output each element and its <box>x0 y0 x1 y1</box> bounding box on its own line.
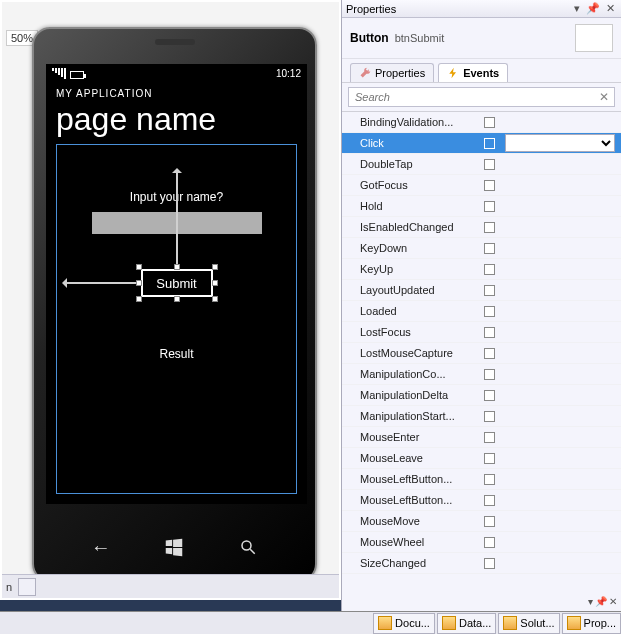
designer-surface[interactable]: 50% 10:12 MY APPLICATION page name Input… <box>0 0 341 600</box>
event-marker-icon[interactable] <box>484 369 495 380</box>
hardware-buttons: ← <box>34 532 315 562</box>
event-marker-icon[interactable] <box>484 327 495 338</box>
event-row[interactable]: MouseLeave <box>342 448 621 469</box>
event-marker-icon[interactable] <box>484 159 495 170</box>
bottom-tab[interactable]: Docu... <box>373 613 435 634</box>
event-marker-icon[interactable] <box>484 138 495 149</box>
event-name: Hold <box>360 200 480 212</box>
resize-handle[interactable] <box>136 280 142 286</box>
event-row[interactable]: KeyUp <box>342 259 621 280</box>
event-marker-icon[interactable] <box>484 285 495 296</box>
events-list[interactable]: BindingValidation...ClickDoubleTapGotFoc… <box>342 112 621 617</box>
event-row[interactable]: LostMouseCapture <box>342 343 621 364</box>
search-input[interactable] <box>348 87 615 107</box>
windows-button-icon[interactable] <box>154 532 194 562</box>
bottom-tab[interactable]: Data... <box>437 613 496 634</box>
event-row[interactable]: KeyDown <box>342 238 621 259</box>
margin-indicator-left <box>63 282 141 284</box>
event-row[interactable]: LayoutUpdated <box>342 280 621 301</box>
event-name: LayoutUpdated <box>360 284 480 296</box>
event-name: SizeChanged <box>360 557 480 569</box>
object-name: btnSubmit <box>395 32 445 44</box>
tab-properties[interactable]: Properties <box>350 63 434 82</box>
event-row[interactable]: Hold <box>342 196 621 217</box>
designer-tab-label[interactable]: n <box>6 581 12 593</box>
close-icon[interactable]: ✕ <box>609 596 617 607</box>
event-row[interactable]: DoubleTap <box>342 154 621 175</box>
event-handler-dropdown[interactable] <box>505 134 615 152</box>
event-row[interactable]: MouseWheel <box>342 532 621 553</box>
app-title[interactable]: MY APPLICATION <box>56 88 297 99</box>
event-row[interactable]: ManipulationDelta <box>342 385 621 406</box>
tab-icon <box>567 616 581 630</box>
event-marker-icon[interactable] <box>484 474 495 485</box>
event-row[interactable]: LostFocus <box>342 322 621 343</box>
designer-tool-button[interactable] <box>18 578 36 596</box>
close-icon[interactable]: ✕ <box>604 2 617 15</box>
resize-handle[interactable] <box>212 280 218 286</box>
event-name: MouseEnter <box>360 431 480 443</box>
phone-frame: 10:12 MY APPLICATION page name Input you… <box>32 27 317 582</box>
back-button-icon[interactable]: ← <box>81 532 121 562</box>
event-row[interactable]: MouseEnter <box>342 427 621 448</box>
resize-handle[interactable] <box>174 296 180 302</box>
event-marker-icon[interactable] <box>484 516 495 527</box>
clock: 10:12 <box>276 68 301 79</box>
event-marker-icon[interactable] <box>484 432 495 443</box>
tab-label: Events <box>463 67 499 79</box>
submit-selection[interactable]: Submit <box>141 269 213 297</box>
content-panel[interactable]: Input your name? Submit <box>56 144 297 494</box>
tab-events[interactable]: Events <box>438 63 508 82</box>
event-row[interactable]: SizeChanged <box>342 553 621 574</box>
bottom-tab[interactable]: Prop... <box>562 613 621 634</box>
bottom-tab[interactable]: Solut... <box>498 613 559 634</box>
event-name: IsEnabledChanged <box>360 221 480 233</box>
event-marker-icon[interactable] <box>484 495 495 506</box>
signal-icon <box>52 68 66 79</box>
event-marker-icon[interactable] <box>484 348 495 359</box>
event-marker-icon[interactable] <box>484 117 495 128</box>
clear-search-icon[interactable]: ✕ <box>599 90 609 104</box>
event-marker-icon[interactable] <box>484 411 495 422</box>
event-marker-icon[interactable] <box>484 201 495 212</box>
submit-button[interactable]: Submit <box>141 269 213 297</box>
event-row[interactable]: MouseLeftButton... <box>342 490 621 511</box>
properties-header[interactable]: Properties ▾ 📌 ✕ <box>342 0 621 18</box>
designer-statusbar: n <box>2 574 339 598</box>
event-marker-icon[interactable] <box>484 390 495 401</box>
dropdown-icon[interactable]: ▾ <box>588 596 593 607</box>
pin-icon[interactable]: 📌 <box>595 596 607 607</box>
dropdown-icon[interactable]: ▾ <box>572 2 582 15</box>
result-label[interactable]: Result <box>57 347 296 361</box>
event-row[interactable]: IsEnabledChanged <box>342 217 621 238</box>
event-row[interactable]: MouseLeftButton... <box>342 469 621 490</box>
event-row[interactable]: ManipulationCo... <box>342 364 621 385</box>
resize-handle[interactable] <box>212 296 218 302</box>
event-row[interactable]: Click <box>342 133 621 154</box>
tab-label: Solut... <box>520 617 554 629</box>
event-marker-icon[interactable] <box>484 180 495 191</box>
event-marker-icon[interactable] <box>484 306 495 317</box>
event-marker-icon[interactable] <box>484 558 495 569</box>
event-row[interactable]: GotFocus <box>342 175 621 196</box>
bottom-tool-windows: ▾ 📌 ✕ Docu...Data...Solut...Prop... <box>0 611 621 634</box>
event-row[interactable]: MouseMove <box>342 511 621 532</box>
resize-handle[interactable] <box>174 264 180 270</box>
page-title[interactable]: page name <box>56 101 297 138</box>
phone-screen[interactable]: 10:12 MY APPLICATION page name Input you… <box>46 64 307 504</box>
event-marker-icon[interactable] <box>484 222 495 233</box>
search-button-icon[interactable] <box>228 532 268 562</box>
event-marker-icon[interactable] <box>484 453 495 464</box>
pin-icon[interactable]: 📌 <box>584 2 602 15</box>
resize-handle[interactable] <box>136 264 142 270</box>
event-marker-icon[interactable] <box>484 243 495 254</box>
event-marker-icon[interactable] <box>484 264 495 275</box>
resize-handle[interactable] <box>212 264 218 270</box>
tab-icon <box>503 616 517 630</box>
event-marker-icon[interactable] <box>484 537 495 548</box>
resize-handle[interactable] <box>136 296 142 302</box>
event-row[interactable]: BindingValidation... <box>342 112 621 133</box>
event-row[interactable]: ManipulationStart... <box>342 406 621 427</box>
phone-speaker <box>155 39 195 45</box>
event-row[interactable]: Loaded <box>342 301 621 322</box>
